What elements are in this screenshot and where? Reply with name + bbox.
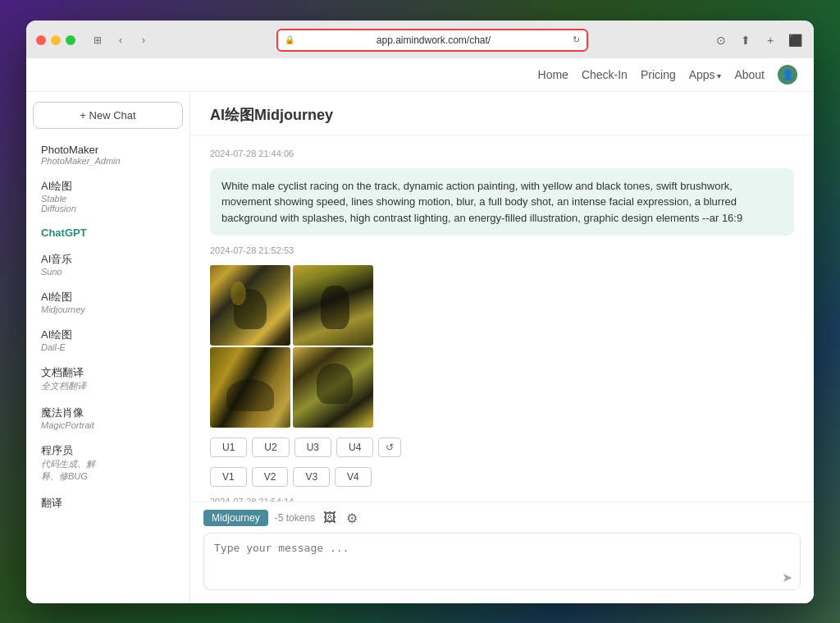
chat-input-wrapper: ➤: [203, 533, 801, 593]
forward-btn[interactable]: ›: [135, 31, 153, 49]
btn-v3[interactable]: V3: [293, 467, 330, 487]
sidebar-item-photomaker[interactable]: PhotoMaker PhotoMaker_Admin: [33, 139, 183, 171]
sidebar-item-subtitle: Suno: [41, 267, 175, 277]
sidebar-item-subtitle: MagicPortrait: [41, 420, 175, 430]
btn-v2[interactable]: V2: [252, 467, 289, 487]
browser-controls: ⊞ ‹ ›: [89, 31, 153, 49]
sidebar-item-title: 文档翻译: [41, 365, 175, 380]
traffic-lights: [36, 35, 75, 45]
lock-icon: 🔒: [285, 35, 294, 44]
btn-v4[interactable]: V4: [335, 467, 372, 487]
generated-image-3[interactable]: [210, 347, 290, 428]
sidebar-item-chatgpt[interactable]: ChatGPT: [33, 222, 183, 244]
generated-image-1[interactable]: [210, 265, 290, 346]
sidebar-item-ai-draw-dalle[interactable]: AI绘图 Dall-E: [33, 323, 183, 357]
traffic-light-yellow[interactable]: [51, 35, 61, 45]
reload-icon[interactable]: ↻: [573, 34, 580, 45]
btn-u3[interactable]: U3: [294, 437, 331, 457]
nav-apps[interactable]: Apps: [689, 68, 722, 81]
btn-v1[interactable]: V1: [210, 467, 247, 487]
sidebar-item-translate[interactable]: 翻译: [33, 491, 183, 515]
sidebar-item-title: AI绘图: [41, 290, 175, 305]
traffic-light-green[interactable]: [66, 35, 75, 45]
nav-home[interactable]: Home: [538, 68, 568, 81]
navbar: Home Check-In Pricing Apps About 👤: [26, 58, 814, 92]
image-action-buttons: U1 U2 U3 U4 ↺: [210, 437, 794, 457]
sidebar-item-title-active: ChatGPT: [41, 227, 175, 239]
main-area: + New Chat PhotoMaker PhotoMaker_Admin A…: [26, 92, 814, 603]
sidebar-item-subtitle: 全文档翻译: [41, 380, 175, 392]
share-btn[interactable]: ⬆: [737, 31, 755, 49]
sidebar-item-title: PhotoMaker: [41, 144, 175, 156]
chat-title: AI绘图: [210, 107, 254, 123]
chat-messages: 2024-07-28 21:44:06 White male cyclist r…: [190, 135, 814, 502]
btn-u2[interactable]: U2: [252, 437, 289, 457]
image-upload-btn[interactable]: 🖼: [322, 509, 338, 527]
page-content: Home Check-In Pricing Apps About 👤 + New…: [26, 58, 814, 603]
sidebar-item-title: 翻译: [41, 496, 175, 511]
token-info: -5 tokens: [275, 512, 315, 524]
generated-image-4[interactable]: [293, 347, 373, 428]
downloads-btn[interactable]: ⬛: [786, 31, 804, 49]
sidebar-item-title: AI音乐: [41, 252, 175, 267]
timestamp-1: 2024-07-28 21:44:06: [210, 149, 794, 158]
model-badge[interactable]: Midjourney: [203, 510, 268, 526]
sidebar-item-title: 程序员: [41, 443, 175, 458]
nav-about[interactable]: About: [734, 68, 765, 81]
sidebar-item-ai-draw-stable[interactable]: AI绘图 StableDiffusion: [33, 174, 183, 218]
sidebar-item-magic-portrait[interactable]: 魔法肖像 MagicPortrait: [33, 401, 183, 435]
sidebar-item-title: AI绘图: [41, 328, 175, 342]
chat-toolbar: Midjourney -5 tokens 🖼 ⚙: [203, 509, 801, 528]
browser-actions: ⊙ ⬆ + ⬛: [712, 31, 804, 49]
sidebar-item-ai-music[interactable]: AI音乐 Suno: [33, 247, 183, 282]
new-chat-button[interactable]: + New Chat: [33, 102, 183, 129]
btn-u4[interactable]: U4: [336, 437, 373, 457]
btn-regenerate[interactable]: ↺: [378, 437, 401, 457]
sidebar-item-ai-draw-midjourney[interactable]: AI绘图 Midjourney: [33, 285, 183, 319]
sidebar-item-title: 魔法肖像: [41, 405, 175, 420]
sidebar-item-subtitle: 代码生成、解释、修BUG: [41, 458, 175, 483]
new-tab-btn[interactable]: +: [761, 31, 779, 49]
sidebar-item-subtitle: Midjourney: [41, 305, 175, 314]
nav-checkin[interactable]: Check-In: [582, 68, 628, 81]
settings-btn[interactable]: ⚙: [345, 509, 359, 528]
sidebar-item-subtitle: StableDiffusion: [41, 194, 175, 213]
sidebar-item-title: AI绘图: [41, 179, 175, 194]
nav-pricing[interactable]: Pricing: [641, 68, 676, 81]
chat-input-area: Midjourney -5 tokens 🖼 ⚙ ➤: [190, 502, 814, 603]
chat-area: AI绘图Midjourney 2024-07-28 21:44:06 White…: [190, 92, 814, 603]
user-message-1: White male cyclist racing on the track, …: [210, 168, 794, 236]
traffic-light-red[interactable]: [36, 35, 46, 45]
btn-u1[interactable]: U1: [210, 437, 247, 457]
chat-input[interactable]: [203, 533, 801, 590]
sidebar: + New Chat PhotoMaker PhotoMaker_Admin A…: [26, 92, 190, 603]
browser-chrome: ⊞ ‹ › 🔒 app.aimindwork.com/chat/ ↻ ⊙ ⬆ +…: [26, 21, 814, 58]
address-bar-container: 🔒 app.aimindwork.com/chat/ ↻: [159, 29, 705, 52]
send-button[interactable]: ➤: [782, 570, 792, 585]
sidebar-toggle-btn[interactable]: ⊞: [89, 31, 107, 49]
back-btn[interactable]: ‹: [112, 31, 130, 49]
generated-image-2[interactable]: [293, 265, 373, 346]
chat-subtitle: Midjourney: [254, 107, 333, 123]
sidebar-item-doc-translate[interactable]: 文档翻译 全文档翻译: [33, 360, 183, 397]
sidebar-item-subtitle: PhotoMaker_Admin: [41, 156, 175, 166]
address-bar[interactable]: 🔒 app.aimindwork.com/chat/ ↻: [276, 29, 588, 52]
help-btn[interactable]: ⊙: [712, 31, 730, 49]
timestamp-2: 2024-07-28 21:52:53: [210, 245, 794, 255]
address-text: app.aimindwork.com/chat/: [299, 34, 568, 46]
sidebar-item-programmer[interactable]: 程序员 代码生成、解释、修BUG: [33, 438, 183, 488]
image-variation-buttons: V1 V2 V3 V4: [210, 467, 794, 487]
image-grid: [210, 265, 374, 428]
nav-avatar[interactable]: 👤: [778, 65, 797, 85]
browser-window: ⊞ ‹ › 🔒 app.aimindwork.com/chat/ ↻ ⊙ ⬆ +…: [26, 21, 814, 603]
chat-header: AI绘图Midjourney: [190, 92, 814, 135]
sidebar-item-subtitle: Dall-E: [41, 342, 175, 352]
